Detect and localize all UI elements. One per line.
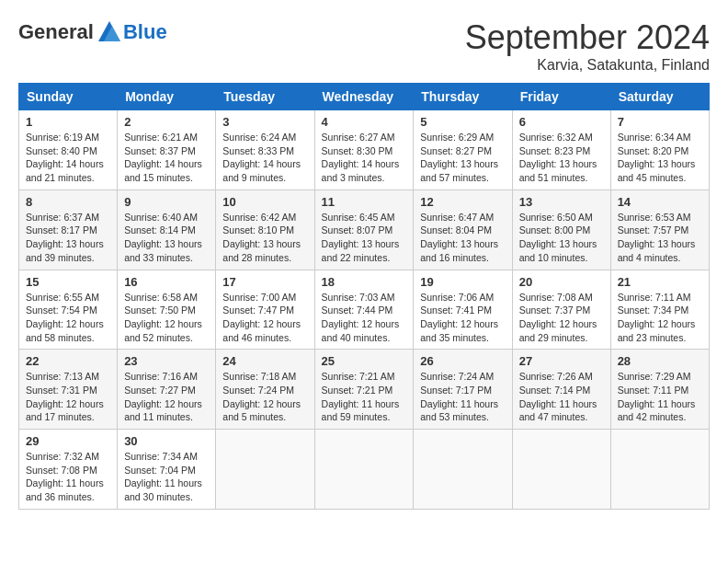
day-info: Sunrise: 6:19 AM Sunset: 8:40 PM Dayligh… xyxy=(26,131,110,185)
calendar-cell: 25Sunrise: 7:21 AM Sunset: 7:21 PM Dayli… xyxy=(314,350,414,430)
day-number: 4 xyxy=(322,115,407,129)
calendar-table: SundayMondayTuesdayWednesdayThursdayFrid… xyxy=(18,83,710,510)
day-info: Sunrise: 6:55 AM Sunset: 7:54 PM Dayligh… xyxy=(26,291,110,345)
calendar-week-5: 29Sunrise: 7:32 AM Sunset: 7:08 PM Dayli… xyxy=(19,430,710,510)
day-number: 19 xyxy=(420,275,505,289)
calendar-cell: 20Sunrise: 7:08 AM Sunset: 7:37 PM Dayli… xyxy=(512,270,610,350)
day-info: Sunrise: 6:37 AM Sunset: 8:17 PM Dayligh… xyxy=(26,211,110,265)
day-number: 21 xyxy=(618,275,702,289)
day-info: Sunrise: 6:45 AM Sunset: 8:07 PM Dayligh… xyxy=(322,211,407,265)
day-number: 9 xyxy=(124,195,209,209)
day-number: 16 xyxy=(124,275,209,289)
calendar-cell: 27Sunrise: 7:26 AM Sunset: 7:14 PM Dayli… xyxy=(512,350,610,430)
day-number: 14 xyxy=(618,195,702,209)
logo: General Blue xyxy=(18,18,167,46)
day-info: Sunrise: 6:40 AM Sunset: 8:14 PM Dayligh… xyxy=(124,211,209,265)
day-info: Sunrise: 6:29 AM Sunset: 8:27 PM Dayligh… xyxy=(420,131,505,185)
day-number: 30 xyxy=(124,434,209,448)
day-number: 5 xyxy=(420,115,505,129)
day-info: Sunrise: 7:00 AM Sunset: 7:47 PM Dayligh… xyxy=(222,291,307,345)
calendar-cell xyxy=(414,430,512,510)
calendar-header-wednesday: Wednesday xyxy=(314,84,414,110)
day-number: 26 xyxy=(420,354,505,368)
calendar-cell: 30Sunrise: 7:34 AM Sunset: 7:04 PM Dayli… xyxy=(118,430,216,510)
calendar-cell: 11Sunrise: 6:45 AM Sunset: 8:07 PM Dayli… xyxy=(314,190,414,270)
calendar-week-3: 15Sunrise: 6:55 AM Sunset: 7:54 PM Dayli… xyxy=(19,270,710,350)
day-info: Sunrise: 7:11 AM Sunset: 7:34 PM Dayligh… xyxy=(618,291,702,345)
day-number: 28 xyxy=(618,354,702,368)
day-number: 12 xyxy=(420,195,505,209)
day-number: 17 xyxy=(222,275,307,289)
calendar-cell xyxy=(216,430,314,510)
calendar-header-friday: Friday xyxy=(512,84,610,110)
day-info: Sunrise: 6:21 AM Sunset: 8:37 PM Dayligh… xyxy=(124,131,209,185)
day-info: Sunrise: 7:34 AM Sunset: 7:04 PM Dayligh… xyxy=(124,450,209,504)
calendar-cell: 18Sunrise: 7:03 AM Sunset: 7:44 PM Dayli… xyxy=(314,270,414,350)
calendar-cell xyxy=(610,430,709,510)
day-info: Sunrise: 7:03 AM Sunset: 7:44 PM Dayligh… xyxy=(322,291,407,345)
day-info: Sunrise: 7:06 AM Sunset: 7:41 PM Dayligh… xyxy=(420,291,505,345)
day-number: 22 xyxy=(26,354,110,368)
calendar-cell: 21Sunrise: 7:11 AM Sunset: 7:34 PM Dayli… xyxy=(610,270,709,350)
calendar-cell: 28Sunrise: 7:29 AM Sunset: 7:11 PM Dayli… xyxy=(610,350,709,430)
calendar-header-thursday: Thursday xyxy=(414,84,512,110)
day-number: 20 xyxy=(519,275,604,289)
location: Karvia, Satakunta, Finland xyxy=(465,57,710,74)
calendar-cell: 16Sunrise: 6:58 AM Sunset: 7:50 PM Dayli… xyxy=(118,270,216,350)
day-info: Sunrise: 6:32 AM Sunset: 8:23 PM Dayligh… xyxy=(519,131,604,185)
calendar-cell: 19Sunrise: 7:06 AM Sunset: 7:41 PM Dayli… xyxy=(414,270,512,350)
day-info: Sunrise: 7:29 AM Sunset: 7:11 PM Dayligh… xyxy=(618,370,702,424)
day-info: Sunrise: 7:26 AM Sunset: 7:14 PM Dayligh… xyxy=(519,370,604,424)
day-info: Sunrise: 6:34 AM Sunset: 8:20 PM Dayligh… xyxy=(618,131,702,185)
day-info: Sunrise: 6:42 AM Sunset: 8:10 PM Dayligh… xyxy=(222,211,307,265)
day-info: Sunrise: 6:27 AM Sunset: 8:30 PM Dayligh… xyxy=(322,131,407,185)
day-number: 25 xyxy=(322,354,407,368)
calendar-cell: 3Sunrise: 6:24 AM Sunset: 8:33 PM Daylig… xyxy=(216,110,314,190)
calendar-cell: 5Sunrise: 6:29 AM Sunset: 8:27 PM Daylig… xyxy=(414,110,512,190)
day-number: 24 xyxy=(222,354,307,368)
day-number: 2 xyxy=(124,115,209,129)
day-number: 18 xyxy=(322,275,407,289)
calendar-cell: 22Sunrise: 7:13 AM Sunset: 7:31 PM Dayli… xyxy=(19,350,118,430)
day-info: Sunrise: 7:24 AM Sunset: 7:17 PM Dayligh… xyxy=(420,370,505,424)
logo-icon xyxy=(96,18,123,46)
day-info: Sunrise: 6:24 AM Sunset: 8:33 PM Dayligh… xyxy=(222,131,307,185)
calendar-header-tuesday: Tuesday xyxy=(216,84,314,110)
day-info: Sunrise: 7:32 AM Sunset: 7:08 PM Dayligh… xyxy=(26,450,110,504)
day-number: 7 xyxy=(618,115,702,129)
calendar-cell: 4Sunrise: 6:27 AM Sunset: 8:30 PM Daylig… xyxy=(314,110,414,190)
logo-blue-text: Blue xyxy=(123,20,167,44)
calendar-cell: 2Sunrise: 6:21 AM Sunset: 8:37 PM Daylig… xyxy=(118,110,216,190)
calendar-cell xyxy=(512,430,610,510)
calendar-week-4: 22Sunrise: 7:13 AM Sunset: 7:31 PM Dayli… xyxy=(19,350,710,430)
day-info: Sunrise: 7:18 AM Sunset: 7:24 PM Dayligh… xyxy=(222,370,307,424)
day-info: Sunrise: 6:47 AM Sunset: 8:04 PM Dayligh… xyxy=(420,211,505,265)
day-number: 6 xyxy=(519,115,604,129)
calendar-week-1: 1Sunrise: 6:19 AM Sunset: 8:40 PM Daylig… xyxy=(19,110,710,190)
calendar-cell: 8Sunrise: 6:37 AM Sunset: 8:17 PM Daylig… xyxy=(19,190,118,270)
calendar-cell: 26Sunrise: 7:24 AM Sunset: 7:17 PM Dayli… xyxy=(414,350,512,430)
day-number: 23 xyxy=(124,354,209,368)
calendar-cell: 12Sunrise: 6:47 AM Sunset: 8:04 PM Dayli… xyxy=(414,190,512,270)
day-info: Sunrise: 6:50 AM Sunset: 8:00 PM Dayligh… xyxy=(519,211,604,265)
calendar-week-2: 8Sunrise: 6:37 AM Sunset: 8:17 PM Daylig… xyxy=(19,190,710,270)
day-number: 1 xyxy=(26,115,110,129)
month-title: September 2024 xyxy=(465,18,710,57)
calendar-header-row: SundayMondayTuesdayWednesdayThursdayFrid… xyxy=(19,84,710,110)
title-section: September 2024 Karvia, Satakunta, Finlan… xyxy=(465,18,710,74)
day-info: Sunrise: 7:21 AM Sunset: 7:21 PM Dayligh… xyxy=(322,370,407,424)
calendar-header-sunday: Sunday xyxy=(19,84,118,110)
day-number: 10 xyxy=(222,195,307,209)
day-info: Sunrise: 7:16 AM Sunset: 7:27 PM Dayligh… xyxy=(124,370,209,424)
calendar-cell: 1Sunrise: 6:19 AM Sunset: 8:40 PM Daylig… xyxy=(19,110,118,190)
day-number: 15 xyxy=(26,275,110,289)
page-header: General Blue September 2024 Karvia, Sata… xyxy=(18,18,710,74)
calendar-cell: 13Sunrise: 6:50 AM Sunset: 8:00 PM Dayli… xyxy=(512,190,610,270)
calendar-cell: 14Sunrise: 6:53 AM Sunset: 7:57 PM Dayli… xyxy=(610,190,709,270)
day-number: 8 xyxy=(26,195,110,209)
day-number: 11 xyxy=(322,195,407,209)
calendar-cell: 15Sunrise: 6:55 AM Sunset: 7:54 PM Dayli… xyxy=(19,270,118,350)
calendar-cell: 24Sunrise: 7:18 AM Sunset: 7:24 PM Dayli… xyxy=(216,350,314,430)
calendar-header-saturday: Saturday xyxy=(610,84,709,110)
day-number: 29 xyxy=(26,434,110,448)
